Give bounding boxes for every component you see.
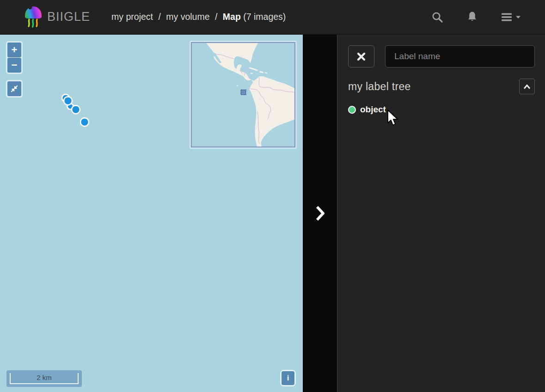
chevron-up-icon <box>523 84 531 90</box>
fit-extent-control <box>6 80 23 98</box>
label-tree-title: my label tree <box>348 80 411 93</box>
brand-link[interactable]: BIIGLE <box>24 6 90 28</box>
main-menu-button[interactable] <box>499 11 523 24</box>
open-sidebar-button[interactable] <box>311 201 329 226</box>
label-trees-sidebar: my label tree object <box>337 35 545 392</box>
breadcrumb-separator: / <box>215 12 217 22</box>
label-item-object[interactable]: object <box>348 104 386 115</box>
compress-arrows-icon <box>10 84 19 93</box>
label-list: object <box>348 104 535 115</box>
sidebar-toolbar <box>348 45 535 67</box>
scale-line: 2 km <box>6 370 82 387</box>
navbar-actions <box>429 9 523 25</box>
overview-extent-box[interactable] <box>241 90 246 95</box>
collapse-tree-button[interactable] <box>519 79 535 94</box>
attribution-button[interactable]: i <box>282 371 294 385</box>
attribution-control: i <box>280 370 296 386</box>
navbar: BIIGLE my project / my volume / Map (7 i… <box>0 0 545 35</box>
breadcrumb-volume-link[interactable]: my volume <box>166 12 209 22</box>
image-marker[interactable] <box>80 118 89 126</box>
bell-icon <box>466 11 478 23</box>
fit-extent-button[interactable] <box>7 81 21 96</box>
clear-label-button[interactable] <box>348 45 374 67</box>
chevron-right-icon <box>316 206 325 221</box>
label-filter-input[interactable] <box>385 45 535 67</box>
map-canvas[interactable]: + − <box>0 35 303 392</box>
image-marker[interactable] <box>64 97 72 105</box>
label-tree-header: my label tree <box>348 79 535 94</box>
search-icon <box>431 11 443 23</box>
zoom-control: + − <box>6 41 23 74</box>
search-button[interactable] <box>429 9 445 25</box>
overview-map[interactable] <box>190 41 297 149</box>
sidebar-divider <box>303 35 337 392</box>
notifications-button[interactable] <box>465 9 480 25</box>
image-count: (7 images) <box>243 12 286 22</box>
label-color-dot <box>348 106 356 114</box>
breadcrumb: my project / my volume / Map (7 images) <box>111 12 286 22</box>
menu-bars-icon <box>501 12 512 22</box>
breadcrumb-project-link[interactable]: my project <box>111 12 153 22</box>
breadcrumb-current-page: Map <box>223 12 241 22</box>
breadcrumb-separator: / <box>158 12 160 22</box>
overview-landmass <box>206 43 294 147</box>
close-icon <box>356 52 366 61</box>
brand-text: BIIGLE <box>47 10 90 24</box>
zoom-out-button[interactable]: − <box>7 58 21 73</box>
overview-map-inner <box>191 42 295 147</box>
biigle-jellyfish-logo-icon <box>24 6 43 28</box>
zoom-in-button[interactable]: + <box>7 43 21 57</box>
caret-down-icon <box>515 15 521 19</box>
label-name: object <box>360 104 386 115</box>
scale-line-label: 2 km <box>10 373 79 384</box>
image-marker[interactable] <box>72 105 80 114</box>
